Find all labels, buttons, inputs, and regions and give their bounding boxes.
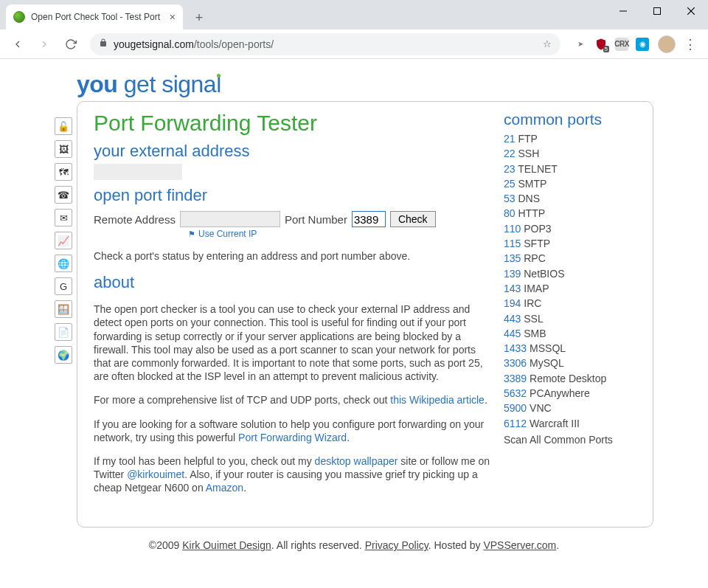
footer-privacy-link[interactable]: Privacy Policy [365, 539, 428, 551]
instruction-text: Check a port's status by entering an add… [94, 249, 492, 263]
port-item[interactable]: 194 IRC [504, 296, 636, 311]
port-item[interactable]: 5632 PCAnywhere [504, 386, 636, 401]
port-item[interactable]: 53 DNS [504, 191, 636, 206]
browser-toolbar: yougetsignal.com/tools/open-ports/ ☆ ➤ 5… [0, 30, 708, 59]
tool-nav-icon[interactable]: 🖼 [55, 140, 72, 158]
port-item[interactable]: 21 FTP [504, 131, 636, 146]
tool-nav-icon[interactable]: 🔓 [55, 117, 72, 135]
close-tab-icon[interactable]: × [170, 11, 176, 23]
about-p4: If my tool has been helpful to you, chec… [94, 454, 492, 495]
favicon-icon [13, 11, 25, 23]
port-item[interactable]: 3306 MySQL [504, 356, 636, 370]
browser-menu-button[interactable]: ⋮ [678, 36, 702, 52]
port-item[interactable]: 25 SMTP [504, 176, 636, 191]
tool-nav-icon[interactable]: 🗺 [55, 163, 72, 181]
tool-icon-strip: 🔓🖼🗺☎✉📈🌐G🪟📄🌍 [55, 117, 72, 364]
tool-nav-icon[interactable]: 🌐 [55, 255, 72, 272]
port-item[interactable]: 443 SSL [504, 311, 636, 326]
about-p2: For more a comprehensive list of TCP and… [94, 393, 492, 407]
tab-title: Open Port Check Tool - Test Port [31, 12, 160, 22]
tool-nav-icon[interactable]: ✉ [55, 209, 72, 226]
tool-nav-icon[interactable]: ☎ [55, 186, 72, 204]
port-item[interactable]: 143 IMAP [504, 281, 636, 296]
footer-designer-link[interactable]: Kirk Ouimet Design [182, 539, 271, 551]
window-titlebar: Open Port Check Tool - Test Port × + [0, 0, 708, 30]
reload-button[interactable] [59, 32, 83, 56]
external-ip-value [94, 164, 182, 180]
browser-tab[interactable]: Open Port Check Tool - Test Port × [6, 4, 183, 30]
tool-nav-icon[interactable]: 📈 [55, 232, 72, 249]
address-bar[interactable]: yougetsignal.com/tools/open-ports/ ☆ [90, 33, 560, 55]
common-ports-list: 21 FTP22 SSH23 TELNET25 SMTP53 DNS80 HTT… [504, 131, 636, 431]
svg-rect-1 [654, 8, 661, 15]
extension-crx-icon[interactable]: CRX [615, 38, 628, 51]
remote-address-input[interactable] [180, 211, 280, 227]
port-item[interactable]: 445 SMB [504, 326, 636, 341]
about-p3: If you are looking for a software soluti… [94, 418, 492, 444]
forward-button[interactable] [32, 32, 56, 56]
lock-icon [99, 38, 108, 50]
check-button[interactable]: Check [390, 211, 436, 227]
tool-nav-icon[interactable]: 🌍 [55, 346, 72, 364]
port-item[interactable]: 115 SFTP [504, 236, 636, 251]
url-text: yougetsignal.com/tools/open-ports/ [114, 38, 274, 50]
footer-host-link[interactable]: VPSServer.com [483, 539, 556, 551]
window-maximize-button[interactable] [640, 0, 674, 22]
site-logo[interactable]: you get signal [77, 71, 221, 98]
port-item[interactable]: 22 SSH [504, 146, 636, 161]
use-current-ip-link[interactable]: ⚑ Use Current IP [188, 229, 492, 239]
logo-dot-icon [217, 74, 221, 77]
tool-nav-icon[interactable]: 📄 [55, 323, 72, 341]
extension-ublock-icon[interactable]: 5 [594, 38, 608, 51]
port-item[interactable]: 3389 Remote Desktop [504, 371, 636, 386]
label-remote-address: Remote Address [94, 213, 176, 226]
profile-avatar[interactable] [658, 35, 676, 53]
port-item[interactable]: 5900 VNC [504, 401, 636, 415]
window-close-button[interactable] [674, 0, 708, 22]
new-tab-button[interactable]: + [189, 7, 209, 28]
port-forwarding-wizard-link[interactable]: Port Forwarding Wizard [238, 432, 347, 443]
bookmark-star-icon[interactable]: ☆ [543, 38, 552, 49]
port-item[interactable]: 80 HTTP [504, 206, 636, 221]
extension-paperplane-icon[interactable]: ➤ [574, 38, 587, 51]
back-button[interactable] [6, 32, 30, 56]
tool-nav-icon[interactable]: G [55, 277, 72, 295]
port-item[interactable]: 135 RPC [504, 251, 636, 266]
port-number-input[interactable] [352, 211, 386, 227]
amazon-link[interactable]: Amazon [206, 482, 243, 494]
label-port-number: Port Number [285, 213, 347, 226]
port-item[interactable]: 23 TELNET [504, 162, 636, 176]
port-item[interactable]: 1433 MSSQL [504, 341, 636, 356]
flag-icon: ⚑ [188, 229, 195, 239]
wikipedia-link[interactable]: this Wikipedia article [390, 394, 485, 406]
page-footer: ©2009 Kirk Ouimet Design. All rights res… [55, 539, 653, 551]
extension-blue-icon[interactable]: ◉ [636, 38, 649, 51]
port-item[interactable]: 139 NetBIOS [504, 266, 636, 281]
heading-external-address: your external address [94, 142, 492, 161]
heading-port-finder: open port finder [94, 186, 492, 205]
about-p1: The open port checker is a tool you can … [94, 302, 492, 383]
tool-nav-icon[interactable]: 🪟 [55, 300, 72, 318]
scan-all-ports-link[interactable]: Scan All Common Ports [504, 434, 636, 446]
heading-common-ports: common ports [504, 111, 636, 128]
window-minimize-button[interactable] [606, 0, 640, 22]
page-title: Port Forwarding Tester [94, 111, 492, 136]
twitter-link[interactable]: @kirkouimet [127, 468, 184, 480]
heading-about: about [94, 273, 492, 292]
port-item[interactable]: 110 POP3 [504, 221, 636, 236]
wallpaper-link[interactable]: desktop wallpaper [315, 455, 398, 467]
port-item[interactable]: 6112 Warcraft III [504, 416, 636, 431]
